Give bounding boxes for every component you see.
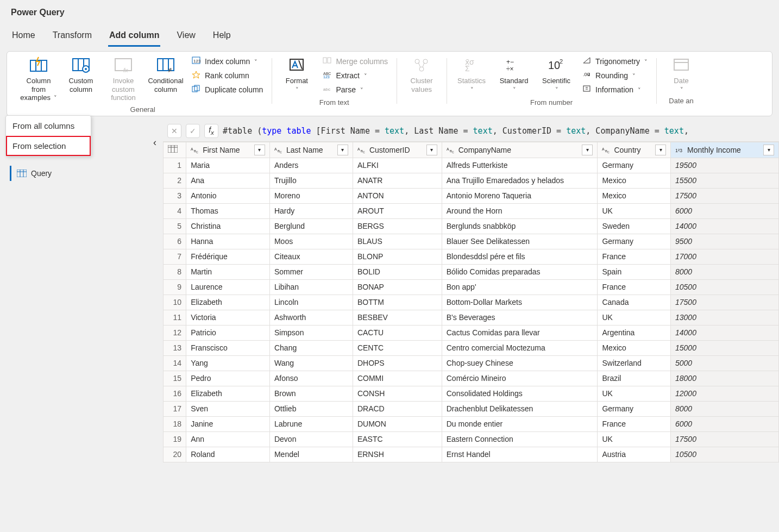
cell[interactable]: UK: [598, 431, 671, 447]
parse-button[interactable]: abc Parse: [319, 83, 391, 96]
select-all-corner[interactable]: [164, 142, 186, 158]
cell[interactable]: Elizabeth: [186, 295, 270, 310]
cell[interactable]: Chang: [269, 340, 353, 355]
cell[interactable]: Victoria: [186, 310, 270, 325]
column-header-country[interactable]: ABCCountry▾: [598, 142, 671, 158]
cell[interactable]: CONSH: [353, 386, 442, 401]
cell[interactable]: Brown: [269, 386, 353, 401]
cell[interactable]: Thomas: [186, 203, 270, 218]
table-row[interactable]: 6HannaMoosBLAUSBlauer See DelikatessenGe…: [164, 234, 779, 249]
cell[interactable]: Germany: [598, 234, 671, 249]
cell[interactable]: Argentina: [598, 325, 671, 340]
cell[interactable]: 18000: [671, 371, 779, 386]
table-row[interactable]: 5ChristinaBerglundBERGSBerglunds snabbkö…: [164, 218, 779, 234]
cell[interactable]: BONAP: [353, 279, 442, 295]
cell[interactable]: Afonso: [269, 371, 353, 386]
menubar-item-home[interactable]: Home: [11, 27, 36, 47]
cell[interactable]: BERGS: [353, 218, 442, 234]
cell[interactable]: Chop-suey Chinese: [442, 355, 598, 371]
cell[interactable]: Consolidated Holdings: [442, 386, 598, 401]
cell[interactable]: Sven: [186, 401, 270, 416]
row-number[interactable]: 14: [164, 355, 186, 371]
table-row[interactable]: 17SvenOttliebDRACDDrachenblut Delikatess…: [164, 401, 779, 416]
row-number[interactable]: 5: [164, 218, 186, 234]
row-number[interactable]: 10: [164, 295, 186, 310]
cell[interactable]: 13000: [671, 310, 779, 325]
cell[interactable]: CENTC: [353, 340, 442, 355]
cell[interactable]: Switzerland: [598, 355, 671, 371]
cell[interactable]: Ashworth: [269, 310, 353, 325]
row-number[interactable]: 8: [164, 264, 186, 279]
row-number[interactable]: 3: [164, 188, 186, 203]
row-number[interactable]: 11: [164, 310, 186, 325]
cell[interactable]: Labrune: [269, 416, 353, 431]
filter-button[interactable]: ▾: [763, 145, 774, 155]
row-number[interactable]: 15: [164, 371, 186, 386]
cell[interactable]: UK: [598, 310, 671, 325]
cell[interactable]: ANATR: [353, 173, 442, 188]
table-row[interactable]: 2AnaTrujilloANATRAna Trujillo Emaredados…: [164, 173, 779, 188]
conditional-column-button[interactable]: ≠ Conditional column: [146, 55, 185, 95]
filter-button[interactable]: ▾: [337, 145, 348, 155]
trigonometry-button[interactable]: Trigonometry: [579, 55, 651, 68]
row-number[interactable]: 19: [164, 431, 186, 447]
cell[interactable]: Ana: [186, 173, 270, 188]
cell[interactable]: Martin: [186, 264, 270, 279]
column-header-first-name[interactable]: ABCFirst Name▾: [186, 142, 270, 158]
cell[interactable]: 10500: [671, 279, 779, 295]
cell[interactable]: Blauer See Delikatessen: [442, 234, 598, 249]
row-number[interactable]: 12: [164, 325, 186, 340]
cell[interactable]: Berglunds snabbköp: [442, 218, 598, 234]
row-number[interactable]: 4: [164, 203, 186, 218]
format-button[interactable]: Format: [277, 55, 316, 95]
cell[interactable]: DHOPS: [353, 355, 442, 371]
cell[interactable]: Antonio: [186, 188, 270, 203]
cell[interactable]: Franscisco: [186, 340, 270, 355]
cell[interactable]: Simpson: [269, 325, 353, 340]
cell[interactable]: 14000: [671, 218, 779, 234]
rank-column-button[interactable]: Rank column: [189, 69, 266, 82]
cell[interactable]: COMMI: [353, 371, 442, 386]
extract-button[interactable]: ABC123 Extract: [319, 69, 391, 82]
cell[interactable]: Around the Horn: [442, 203, 598, 218]
cell[interactable]: Sweden: [598, 218, 671, 234]
filter-button[interactable]: ▾: [582, 145, 593, 155]
cell[interactable]: Mexico: [598, 340, 671, 355]
cell[interactable]: 9500: [671, 234, 779, 249]
cell[interactable]: UK: [598, 386, 671, 401]
menubar-item-add-column[interactable]: Add column: [108, 27, 160, 47]
standard-button[interactable]: +−÷× Standard: [494, 55, 533, 95]
table-row[interactable]: 18JanineLabruneDUMONDu monde entierFranc…: [164, 416, 779, 431]
cell[interactable]: 17500: [671, 295, 779, 310]
row-number[interactable]: 16: [164, 386, 186, 401]
cell[interactable]: France: [598, 416, 671, 431]
data-grid[interactable]: ABCFirst Name▾ABCLast Name▾ABCCustomerID…: [163, 142, 779, 462]
row-number[interactable]: 6: [164, 234, 186, 249]
cell[interactable]: Antonio Moreno Taqueria: [442, 188, 598, 203]
row-number[interactable]: 2: [164, 173, 186, 188]
cancel-formula-button[interactable]: ✕: [167, 124, 181, 138]
cell[interactable]: BESBEV: [353, 310, 442, 325]
cell[interactable]: 8000: [671, 264, 779, 279]
table-row[interactable]: 9LaurenceLibihanBONAPBon app'France10500: [164, 279, 779, 295]
cell[interactable]: 17500: [671, 431, 779, 447]
collapse-pane-button[interactable]: ‹: [153, 137, 156, 148]
cell[interactable]: Janine: [186, 416, 270, 431]
cell[interactable]: Centro comercial Moctezuma: [442, 340, 598, 355]
filter-button[interactable]: ▾: [254, 145, 265, 155]
table-row[interactable]: 7FrédériqueCiteauxBLONPBlondesddsl pére …: [164, 249, 779, 264]
table-row[interactable]: 10ElizabethLincolnBOTTMBottom-Dollar Mar…: [164, 295, 779, 310]
cell[interactable]: Mendel: [269, 447, 353, 462]
cell[interactable]: Spain: [598, 264, 671, 279]
cell[interactable]: 15000: [671, 340, 779, 355]
cell[interactable]: 17000: [671, 249, 779, 264]
cell[interactable]: Cactus Comidas para llevar: [442, 325, 598, 340]
column-header-customerid[interactable]: ABCCustomerID▾: [353, 142, 442, 158]
cell[interactable]: BOLID: [353, 264, 442, 279]
cell[interactable]: 19500: [671, 158, 779, 173]
cell[interactable]: France: [598, 249, 671, 264]
table-row[interactable]: 12PatricioSimpsonCACTUCactus Comidas par…: [164, 325, 779, 340]
cell[interactable]: UK: [598, 203, 671, 218]
row-number[interactable]: 18: [164, 416, 186, 431]
cell[interactable]: Elizabeth: [186, 386, 270, 401]
